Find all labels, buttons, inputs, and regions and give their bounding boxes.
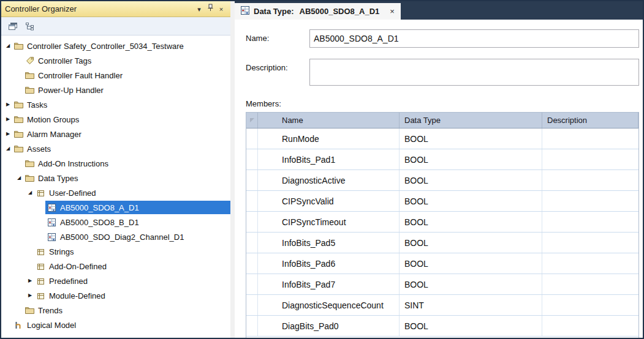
member-row-diagnosticsequencecount[interactable]: DiagnosticSequenceCountSINT [246, 295, 638, 316]
tree-view-options-icon[interactable] [23, 20, 37, 33]
tree-item-ab5000-sdo-diag2-channel-d1[interactable]: AB5000_SDO_Diag2_Channel_D1 [1, 229, 230, 244]
member-description-cell[interactable] [542, 170, 638, 190]
member-description-cell[interactable] [542, 212, 638, 232]
row-selector[interactable] [246, 149, 258, 170]
tree-item-trends[interactable]: Trends [1, 303, 230, 318]
tree-item-power-up-handler[interactable]: Power-Up Handler [1, 83, 230, 97]
controller-organizer-panel: Controller Organizer ▾ × ◢Controller Saf… [1, 1, 230, 338]
member-row-cipsyncvalid[interactable]: CIPSyncValidBOOL [246, 191, 638, 212]
member-name-cell[interactable]: DiagnosticActive [258, 170, 400, 190]
member-row-infobits-pad5[interactable]: InfoBits_Pad5BOOL [246, 233, 638, 253]
tree-item-motion-groups[interactable]: ▶Motion Groups [1, 112, 230, 127]
tree-item-data-types[interactable]: ◢Data Types [1, 171, 230, 185]
description-input[interactable] [309, 59, 639, 86]
member-row-cipsynctimeout[interactable]: CIPSyncTimeoutBOOL [246, 212, 638, 233]
row-selector[interactable] [246, 170, 258, 190]
tree-item-controller-tags[interactable]: Controller Tags [1, 53, 230, 68]
member-row-infobits-pad6[interactable]: InfoBits_Pad6BOOL [246, 253, 638, 274]
tree-item-strings[interactable]: Strings [1, 244, 230, 259]
member-row-diagnosticactive[interactable]: DiagnosticActiveBOOL [246, 170, 638, 191]
tree-item-module-defined[interactable]: ▶Module-Defined [1, 288, 230, 303]
member-description-cell[interactable] [542, 149, 638, 170]
expand-arrow-icon[interactable]: ▶ [26, 288, 34, 303]
column-header-name[interactable]: Name [258, 113, 400, 128]
row-selector[interactable] [246, 316, 258, 336]
member-datatype-cell[interactable]: BOOL [400, 170, 542, 190]
member-description-cell[interactable] [542, 274, 638, 294]
member-name-cell[interactable]: InfoBits_Pad6 [258, 253, 400, 274]
tree-item-label: Controller Fault Handler [38, 71, 123, 80]
row-selector[interactable] [246, 274, 258, 294]
member-datatype-cell[interactable]: BOOL [400, 233, 542, 253]
member-description-cell[interactable] [542, 233, 638, 253]
column-header-datatype[interactable]: Data Type [400, 113, 542, 128]
panel-splitter[interactable] [230, 1, 235, 338]
member-row-infobits-pad7[interactable]: InfoBits_Pad7BOOL [246, 274, 638, 295]
tree-item-predefined[interactable]: ▶Predefined [1, 274, 230, 288]
close-icon[interactable]: × [216, 2, 227, 17]
member-datatype-cell[interactable]: BOOL [400, 316, 542, 336]
member-description-cell[interactable] [542, 295, 638, 315]
tree-item-logical-model[interactable]: Logical Model [1, 318, 230, 332]
tab-title-prefix: Data Type: [254, 7, 294, 16]
row-selector[interactable] [246, 295, 258, 315]
tree-item-alarm-manager[interactable]: ▶Alarm Manager [1, 127, 230, 141]
member-description-cell[interactable] [542, 191, 638, 211]
member-description-cell[interactable] [542, 129, 638, 149]
name-input[interactable] [309, 29, 639, 48]
app-window: Controller Organizer ▾ × ◢Controller Saf… [0, 0, 644, 339]
column-header-description[interactable]: Description [542, 113, 638, 128]
member-name-cell[interactable]: CIPSyncTimeout [258, 212, 400, 232]
expand-arrow-icon[interactable]: ▶ [4, 97, 12, 112]
member-datatype-cell[interactable]: SINT [400, 295, 542, 315]
udt-icon [47, 218, 57, 226]
member-name-cell[interactable]: CIPSyncValid [258, 191, 400, 211]
member-row-infobits-pad1[interactable]: InfoBits_Pad1BOOL [246, 149, 638, 170]
collapse-arrow-icon[interactable]: ◢ [4, 141, 12, 156]
row-selector[interactable] [246, 191, 258, 211]
tree-item-add-on-instructions[interactable]: Add-On Instructions [1, 156, 230, 171]
member-datatype-cell[interactable]: BOOL [400, 274, 542, 294]
member-name-cell[interactable]: DiagnosticSequenceCount [258, 295, 400, 315]
member-row-runmode[interactable]: RunModeBOOL [246, 129, 638, 149]
member-name-cell[interactable]: InfoBits_Pad7 [258, 274, 400, 294]
member-description-cell[interactable] [542, 253, 638, 274]
cascade-windows-icon[interactable] [6, 20, 20, 33]
tree-item-tasks[interactable]: ▶Tasks [1, 97, 230, 112]
row-selector[interactable] [246, 129, 258, 149]
collapse-arrow-icon[interactable]: ◢ [26, 185, 34, 200]
tab-close-icon[interactable]: × [390, 7, 395, 16]
tab-datatype[interactable]: Data Type: AB5000_SDO8_A_D1 × [235, 3, 401, 20]
pin-icon[interactable] [205, 2, 216, 17]
expand-arrow-icon[interactable]: ▶ [4, 127, 12, 141]
member-datatype-cell[interactable]: BOOL [400, 129, 542, 149]
tree-item-user-defined[interactable]: ◢User-Defined [1, 185, 230, 200]
member-datatype-cell[interactable]: BOOL [400, 149, 542, 170]
member-datatype-cell[interactable]: BOOL [400, 212, 542, 232]
row-selector[interactable] [246, 253, 258, 274]
member-datatype-cell[interactable]: BOOL [400, 191, 542, 211]
member-row-diagbits-pad0[interactable]: DiagBits_Pad0BOOL [246, 316, 638, 337]
member-description-cell[interactable] [542, 316, 638, 336]
folder-icon [13, 145, 24, 152]
member-datatype-cell[interactable]: BOOL [400, 253, 542, 274]
collapse-arrow-icon[interactable]: ◢ [15, 171, 23, 185]
member-name-cell[interactable]: RunMode [258, 129, 400, 149]
member-name-cell[interactable]: InfoBits_Pad1 [258, 149, 400, 170]
select-all-corner[interactable] [246, 113, 258, 128]
row-selector[interactable] [246, 212, 258, 232]
tree-item-controller-fault-handler[interactable]: Controller Fault Handler [1, 68, 230, 83]
member-name-cell[interactable]: InfoBits_Pad5 [258, 233, 400, 253]
tree-item-ab5000-sdo8-a-d1[interactable]: AB5000_SDO8_A_D1 [1, 200, 230, 215]
tree-item-assets[interactable]: ◢Assets [1, 141, 230, 156]
window-position-menu-icon[interactable]: ▾ [194, 2, 205, 17]
tree-item-ab5000-sdo8-b-d1[interactable]: AB5000_SDO8_B_D1 [1, 215, 230, 229]
expand-arrow-icon[interactable]: ▶ [4, 112, 12, 127]
tree-item-controller-safety-controller-5034-testware[interactable]: ◢Controller Safety_Controller_5034_Testw… [1, 39, 230, 53]
expand-arrow-icon[interactable]: ▶ [26, 274, 34, 288]
collapse-arrow-icon[interactable]: ◢ [4, 39, 12, 53]
tree-item-label: Tasks [27, 100, 47, 110]
row-selector[interactable] [246, 233, 258, 253]
tree-item-add-on-defined[interactable]: Add-On-Defined [1, 259, 230, 274]
member-name-cell[interactable]: DiagBits_Pad0 [258, 316, 400, 336]
